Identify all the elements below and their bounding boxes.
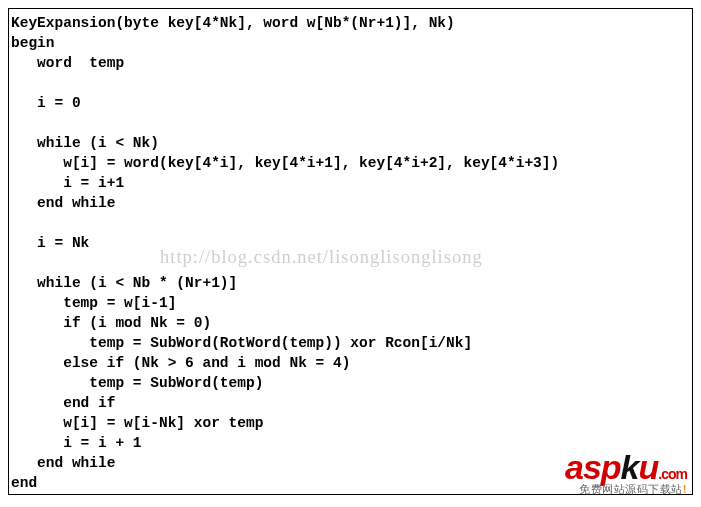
code-line: end while <box>11 195 115 211</box>
code-line: i = i+1 <box>11 175 124 191</box>
code-line: w[i] = word(key[4*i], key[4*i+1], key[4*… <box>11 155 559 171</box>
code-line: begin <box>11 35 55 51</box>
code-line: while (i < Nk) <box>11 135 159 151</box>
code-line: word temp <box>11 55 124 71</box>
code-line: temp = w[i-1] <box>11 295 176 311</box>
code-line: KeyExpansion(byte key[4*Nk], word w[Nb*(… <box>11 15 455 31</box>
code-line: end <box>11 475 37 491</box>
code-line: i = Nk <box>11 235 89 251</box>
code-box: KeyExpansion(byte key[4*Nk], word w[Nb*(… <box>8 8 693 495</box>
code-line: i = 0 <box>11 95 81 111</box>
code-line: i = i + 1 <box>11 435 142 451</box>
code-line: w[i] = w[i-Nk] xor temp <box>11 415 263 431</box>
code-line: temp = SubWord(RotWord(temp)) xor Rcon[i… <box>11 335 472 351</box>
code-line: end if <box>11 395 115 411</box>
code-line: if (i mod Nk = 0) <box>11 315 211 331</box>
code-line: else if (Nk > 6 and i mod Nk = 4) <box>11 355 350 371</box>
code-line: end while <box>11 455 115 471</box>
code-line: while (i < Nb * (Nr+1)] <box>11 275 237 291</box>
code-line: temp = SubWord(temp) <box>11 375 263 391</box>
